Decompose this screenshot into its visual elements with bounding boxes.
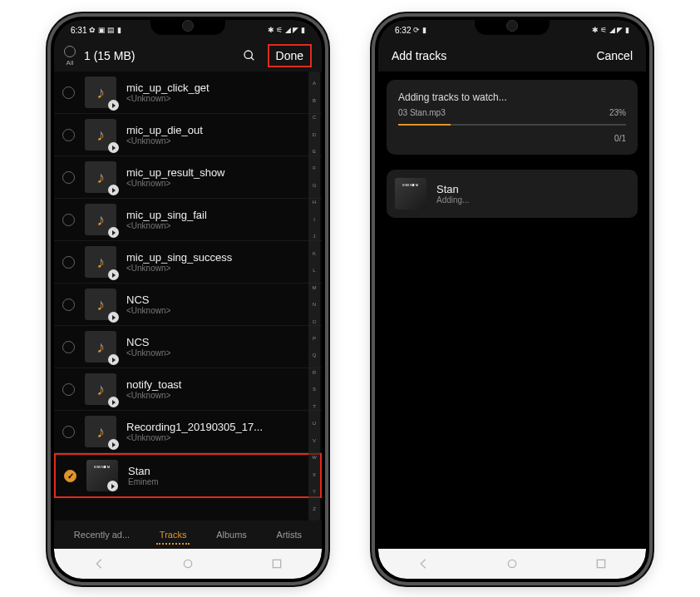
track-checkbox[interactable] [62, 426, 75, 438]
adding-track-title: Stan [436, 183, 469, 195]
track-list[interactable]: ♪mic_up_click_get<Unknown>♪mic_up_die_ou… [54, 72, 322, 521]
status-time: 6:32 [395, 26, 411, 35]
track-checkbox[interactable] [62, 341, 75, 353]
play-icon[interactable] [108, 269, 119, 280]
track-checkbox[interactable] [62, 86, 75, 99]
progress-bar-fill [398, 124, 451, 126]
track-artist: <Unknown> [126, 94, 322, 103]
album-art-icon [86, 460, 118, 491]
alpha-letter[interactable]: B [313, 98, 316, 103]
adding-track-status: Adding... [436, 195, 469, 205]
alpha-letter[interactable]: U [313, 421, 316, 426]
play-icon[interactable] [108, 397, 119, 407]
music-note-icon: ♪ [85, 246, 116, 278]
alpha-letter[interactable]: M [313, 285, 317, 290]
alpha-letter[interactable]: C [313, 115, 316, 120]
track-row[interactable]: ♪Recording1_20190305_17...<Unknown> [54, 411, 322, 453]
track-checkbox[interactable] [62, 171, 75, 184]
tab-tracks[interactable]: Tracks [155, 526, 192, 543]
nav-back-icon[interactable] [92, 557, 106, 570]
play-icon[interactable] [107, 481, 118, 491]
notch [475, 17, 550, 35]
track-checkbox[interactable] [62, 383, 75, 396]
play-icon[interactable] [108, 100, 119, 111]
track-artist: <Unknown> [126, 136, 322, 146]
track-row[interactable]: ♪notify_toast<Unknown> [54, 368, 322, 411]
alpha-letter[interactable]: E [313, 149, 316, 154]
alpha-letter[interactable]: A [313, 81, 316, 86]
play-icon[interactable] [108, 142, 119, 153]
track-title: mic_up_sing_fail [126, 209, 322, 221]
alpha-index-scroll[interactable]: ABCDEFGHIJKLMNOPQRSTUVWXYZ [308, 72, 320, 521]
svg-rect-3 [274, 560, 281, 567]
alpha-letter[interactable]: V [313, 438, 316, 443]
track-artist: <Unknown> [126, 391, 322, 400]
album-art-icon [395, 178, 426, 210]
nav-back-icon[interactable] [417, 557, 430, 570]
header-title: Add tracks [392, 49, 446, 62]
svg-point-0 [244, 51, 252, 58]
track-checkbox[interactable] [62, 214, 75, 226]
status-left-icons: ✿ ▣ ▤ ▮ [89, 26, 121, 34]
play-icon[interactable] [108, 354, 119, 365]
select-all-label: All [67, 59, 74, 67]
alpha-letter[interactable]: Q [313, 353, 317, 358]
alpha-letter[interactable]: F [313, 165, 316, 170]
alpha-letter[interactable]: D [313, 132, 316, 137]
play-icon[interactable] [108, 312, 119, 323]
alpha-letter[interactable]: Z [313, 506, 316, 511]
alpha-letter[interactable]: K [313, 251, 316, 256]
music-note-icon: ♪ [85, 161, 116, 193]
phone-left: 6:31 ✿ ▣ ▤ ▮ ✱ ⚟ ◢ ◤ ▮ All 1 (15 MB) Don… [51, 17, 325, 582]
music-note-icon: ♪ [85, 373, 116, 405]
alpha-letter[interactable]: R [313, 370, 316, 375]
alpha-letter[interactable]: N [313, 302, 316, 307]
track-checkbox[interactable] [62, 256, 75, 269]
svg-line-1 [251, 57, 254, 60]
track-checkbox[interactable] [64, 470, 76, 482]
status-left-icons: ⟳ ▮ [413, 26, 426, 34]
alpha-letter[interactable]: G [313, 183, 317, 188]
alpha-letter[interactable]: I [313, 217, 315, 222]
tab-recently-ad-[interactable]: Recently ad... [69, 526, 135, 543]
alpha-letter[interactable]: T [313, 404, 316, 409]
alpha-letter[interactable]: W [312, 455, 317, 460]
progress-count: 0/1 [398, 134, 626, 143]
tab-artists[interactable]: Artists [272, 526, 308, 543]
track-row[interactable]: ♪mic_up_sing_fail<Unknown> [54, 199, 322, 241]
track-row[interactable]: ♪mic_up_die_out<Unknown> [54, 114, 322, 156]
track-checkbox[interactable] [62, 298, 75, 311]
done-button[interactable]: Done [268, 44, 312, 67]
track-row[interactable]: ♪NCS<Unknown> [54, 284, 322, 326]
track-checkbox[interactable] [62, 129, 75, 141]
track-row[interactable]: ♪mic_up_result_show<Unknown> [54, 156, 322, 199]
alpha-letter[interactable]: S [313, 387, 316, 392]
play-icon[interactable] [108, 227, 119, 238]
alpha-letter[interactable]: J [313, 234, 316, 239]
play-icon[interactable] [108, 185, 119, 195]
music-note-icon: ♪ [85, 416, 116, 447]
alpha-letter[interactable]: X [313, 472, 316, 477]
tab-albums[interactable]: Albums [211, 526, 252, 543]
alpha-letter[interactable]: P [313, 336, 316, 341]
phone-right: 6:32 ⟳ ▮ ✱ ⚟ ◢ ◤ ▮ Add tracks Cancel Add… [375, 17, 649, 582]
nav-recent-icon[interactable] [594, 557, 608, 570]
alpha-letter[interactable]: Y [313, 489, 316, 494]
alpha-letter[interactable]: H [313, 200, 316, 205]
track-row[interactable]: ♪mic_up_sing_success<Unknown> [54, 241, 322, 284]
cancel-button[interactable]: Cancel [596, 49, 633, 62]
nav-home-icon[interactable] [505, 557, 519, 570]
nav-home-icon[interactable] [181, 557, 195, 570]
track-row[interactable]: StanEminem [54, 453, 322, 498]
svg-rect-5 [598, 560, 605, 567]
alpha-letter[interactable]: L [313, 268, 315, 273]
select-all-toggle[interactable]: All [64, 46, 76, 67]
nav-recent-icon[interactable] [270, 557, 283, 570]
search-icon[interactable] [243, 49, 256, 62]
play-icon[interactable] [108, 439, 119, 450]
alpha-letter[interactable]: O [313, 319, 317, 324]
track-row[interactable]: ♪mic_up_click_get<Unknown> [54, 72, 322, 114]
track-row[interactable]: ♪NCS<Unknown> [54, 326, 322, 368]
track-title: NCS [126, 336, 322, 348]
track-title: Recording1_20190305_17... [126, 421, 322, 433]
